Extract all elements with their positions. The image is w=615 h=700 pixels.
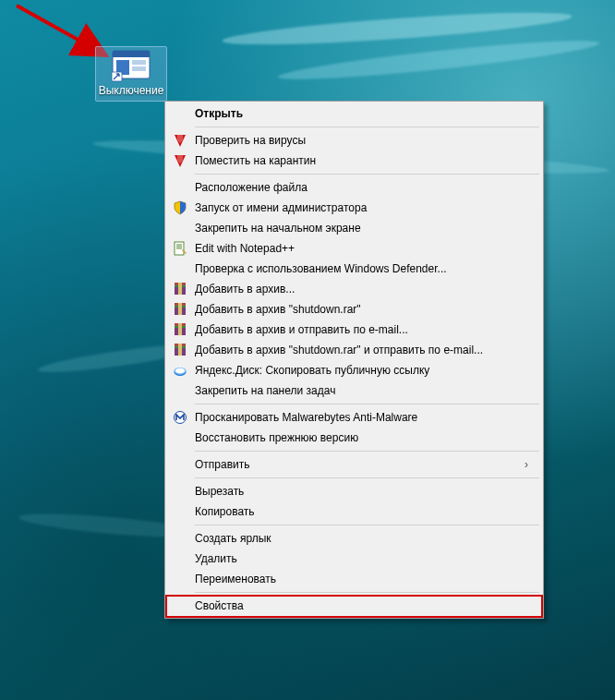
menu-label: Edit with Notepad++ [195, 242, 532, 255]
shield-icon [171, 200, 189, 215]
chevron-right-icon: › [525, 458, 532, 471]
menu-label: Просканировать Malwarebytes Anti-Malware [195, 411, 532, 424]
blank-icon [171, 261, 189, 276]
separator [195, 592, 539, 593]
separator [195, 477, 539, 478]
menu-label: Добавить в архив "shutdown.rar" и отправ… [195, 344, 532, 356]
winrar-icon [171, 343, 189, 357]
blank-icon [171, 457, 189, 472]
menu-defender-scan[interactable]: Проверка с использованием Windows Defend… [167, 259, 541, 279]
svg-rect-23 [178, 344, 182, 356]
svg-rect-2 [113, 51, 150, 57]
blank-icon [171, 383, 189, 398]
menu-label: Добавить в архив и отправить по e-mail..… [195, 323, 532, 336]
menu-label: Создать ярлык [195, 532, 532, 545]
menu-pin-taskbar[interactable]: Закрепить на панели задач [167, 380, 541, 401]
menu-cut[interactable]: Вырезать [167, 481, 541, 501]
winrar-icon [171, 302, 189, 317]
blank-icon [171, 484, 189, 499]
blank-icon [171, 106, 189, 121]
yadisk-icon [171, 363, 189, 378]
menu-open[interactable]: Открыть [167, 103, 541, 124]
blank-icon [171, 221, 189, 235]
menu-create-shortcut[interactable]: Создать ярлык [167, 528, 541, 549]
winrar-icon [171, 282, 189, 296]
menu-label: Удалить [195, 552, 532, 565]
separator [195, 404, 539, 404]
malwarebytes-icon [171, 410, 189, 425]
winrar-icon [171, 322, 189, 337]
shortcut-label: Выключение [98, 84, 164, 97]
menu-malwarebytes-scan[interactable]: Просканировать Malwarebytes Anti-Malware [167, 407, 541, 428]
svg-rect-5 [132, 66, 146, 71]
svg-line-0 [17, 6, 106, 55]
menu-label: Открыть [195, 107, 532, 120]
menu-label: Яндекс.Диск: Скопировать публичную ссылк… [195, 364, 532, 377]
svg-rect-11 [178, 283, 182, 295]
menu-label: Копировать [195, 505, 532, 518]
svg-rect-19 [178, 323, 182, 335]
menu-file-location[interactable]: Расположение файла [167, 177, 541, 198]
menu-label: Восстановить прежнюю версию [195, 431, 532, 444]
menu-add-archive-named[interactable]: Добавить в архив "shutdown.rar" [167, 299, 541, 320]
menu-label: Переименовать [195, 573, 532, 585]
menu-label: Поместить на карантин [195, 154, 532, 167]
blank-icon [171, 531, 189, 546]
menu-delete[interactable]: Удалить [167, 549, 541, 569]
menu-label: Расположение файла [195, 181, 532, 194]
menu-scan-virus[interactable]: Проверить на вирусы [167, 130, 541, 151]
menu-properties[interactable]: Свойства [167, 596, 541, 616]
context-menu: Открыть Проверить на вирусы Поместить на… [164, 101, 544, 619]
menu-add-named-send-email[interactable]: Добавить в архив "shutdown.rar" и отправ… [167, 340, 541, 360]
blank-icon [171, 180, 189, 195]
menu-rename[interactable]: Переименовать [167, 569, 541, 589]
program-shortcut-icon [110, 49, 152, 82]
menu-label: Добавить в архив "shutdown.rar" [195, 303, 532, 316]
desktop[interactable]: Выключение Открыть Проверить на вирусы П… [0, 0, 615, 700]
separator [195, 127, 539, 127]
blank-icon [171, 504, 189, 519]
menu-label: Свойства [195, 599, 532, 612]
separator [195, 525, 539, 525]
menu-label: Закрепить на панели задач [195, 384, 532, 397]
menu-yadisk-copy-link[interactable]: Яндекс.Диск: Скопировать публичную ссылк… [167, 360, 541, 380]
menu-label: Добавить в архив... [195, 283, 532, 296]
menu-label: Вырезать [195, 485, 532, 498]
separator [195, 174, 539, 175]
menu-send-to[interactable]: Отправить › [167, 454, 541, 475]
menu-run-as-admin[interactable]: Запуск от имени администратора [167, 198, 541, 218]
blank-icon [171, 551, 189, 566]
menu-copy[interactable]: Копировать [167, 501, 541, 522]
shortcut-shutdown[interactable]: Выключение [95, 46, 167, 102]
menu-pin-start[interactable]: Закрепить на начальном экране [167, 218, 541, 238]
menu-label: Запуск от имени администратора [195, 201, 532, 214]
svg-rect-15 [178, 303, 182, 315]
blank-icon [171, 430, 189, 445]
kaspersky-icon [171, 153, 189, 168]
menu-add-archive[interactable]: Добавить в архив... [167, 279, 541, 299]
menu-quarantine[interactable]: Поместить на карантин [167, 151, 541, 171]
svg-point-26 [175, 368, 186, 374]
menu-label: Закрепить на начальном экране [195, 222, 532, 235]
kaspersky-icon [171, 133, 189, 148]
menu-add-send-email[interactable]: Добавить в архив и отправить по e-mail..… [167, 320, 541, 340]
blank-icon [171, 598, 189, 613]
blank-icon [171, 572, 189, 586]
menu-label: Отправить [195, 458, 525, 471]
menu-edit-notepadpp[interactable]: Edit with Notepad++ [167, 238, 541, 259]
svg-rect-4 [132, 60, 146, 65]
separator [195, 451, 539, 452]
menu-label: Проверить на вирусы [195, 134, 532, 147]
menu-restore-previous[interactable]: Восстановить прежнюю версию [167, 428, 541, 448]
menu-label: Проверка с использованием Windows Defend… [195, 262, 532, 275]
notepadpp-icon [171, 241, 189, 256]
